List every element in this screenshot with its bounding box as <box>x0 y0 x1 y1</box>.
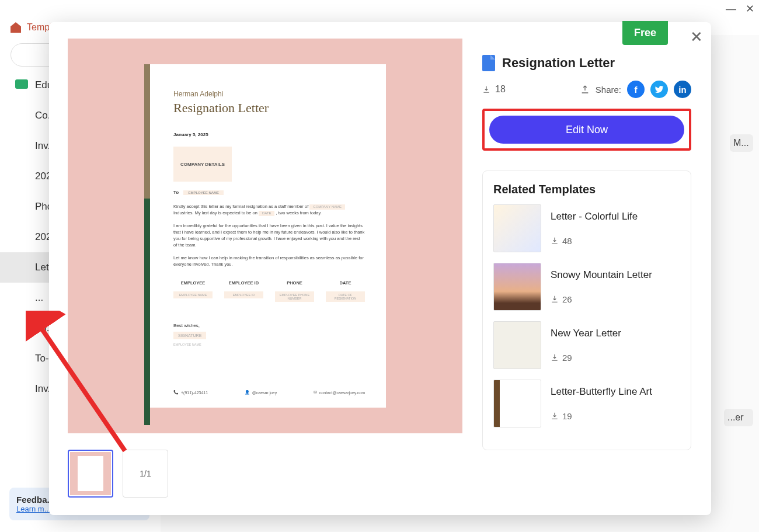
doc-footer: 📞 +(911)-423411 👤 @caesar.joey ✉ contact… <box>173 390 365 395</box>
doc-footer-handle: 👤 @caesar.joey <box>245 390 277 395</box>
facebook-icon[interactable]: f <box>627 81 645 98</box>
related-item[interactable]: Letter - Colorful Life 48 <box>493 204 680 252</box>
home-icon <box>11 22 21 33</box>
doc-paragraph: I am incredibly grateful for the opportu… <box>173 222 365 249</box>
related-downloads: 19 <box>551 411 652 421</box>
related-title: Related Templates <box>493 183 680 196</box>
download-icon <box>551 295 559 303</box>
download-icon <box>551 353 559 361</box>
linkedin-icon[interactable]: in <box>674 81 691 98</box>
document-preview: Herman Adelphi Resignation Letter Januar… <box>144 64 386 408</box>
template-title: Resignation Letter <box>502 55 615 71</box>
info-pane: Resignation Letter 18 Share: f in Edit N… <box>474 22 711 515</box>
page-indicator: 1/1 <box>123 450 168 498</box>
doc-table-col: EMPLOYEE IDEMPLOYEE ID <box>224 280 263 302</box>
twitter-icon[interactable] <box>650 81 668 98</box>
doc-employee-placeholder: EMPLOYEE NAME <box>173 343 365 346</box>
doc-to-line: To EMPLOYEE NAME <box>173 190 365 195</box>
download-icon <box>482 85 490 93</box>
thumbnail-selected[interactable] <box>68 450 113 498</box>
doc-table: EMPLOYEEEMPLOYEE NAME EMPLOYEE IDEMPLOYE… <box>173 280 365 302</box>
doc-date: January 5, 2025 <box>173 132 365 137</box>
doc-accent-bar <box>144 64 150 199</box>
doc-placeholder: EMPLOYEE NAME <box>183 190 224 195</box>
window-titlebar: — ✕ <box>0 0 759 18</box>
doc-footer-email: ✉ contact@caesarjoey.com <box>314 390 365 395</box>
free-badge: Free <box>622 21 668 45</box>
doc-table-col: PHONEEMPLOYEE PHONE NUMBER <box>275 280 314 302</box>
doc-author: Herman Adelphi <box>173 90 365 98</box>
bg-card-stub: ...er <box>724 409 753 426</box>
info-stats-row: 18 Share: f in <box>482 81 691 98</box>
related-templates: Related Templates Letter - Colorful Life… <box>482 171 691 450</box>
related-downloads: 26 <box>551 294 652 304</box>
related-name: Letter - Colorful Life <box>551 211 638 222</box>
preview-frame: Herman Adelphi Resignation Letter Januar… <box>68 39 462 433</box>
download-icon <box>551 237 559 245</box>
related-name: Letter-Butterfly Line Art <box>551 386 652 398</box>
related-downloads: 29 <box>551 353 621 363</box>
doc-accent-bar <box>144 199 150 425</box>
share-label: Share: <box>596 85 621 95</box>
related-name: Snowy Mountain Letter <box>551 269 652 281</box>
document-icon <box>482 55 495 71</box>
doc-table-col: EMPLOYEEEMPLOYEE NAME <box>173 280 213 302</box>
related-thumb <box>493 204 541 252</box>
new-badge-icon <box>15 79 28 89</box>
edit-now-button[interactable]: Edit Now <box>489 116 684 144</box>
related-item[interactable]: Snowy Mountain Letter 26 <box>493 263 680 311</box>
doc-paragraph: Let me know how I can help in making the… <box>173 255 365 268</box>
download-count: 18 <box>482 84 506 95</box>
download-icon <box>551 412 559 420</box>
related-item[interactable]: New Year Letter 29 <box>493 321 680 369</box>
related-thumb <box>493 263 541 311</box>
bg-card-stub: M... <box>730 134 753 152</box>
thumbnail-row: 1/1 <box>68 450 474 498</box>
related-thumb <box>493 380 541 427</box>
window-close[interactable]: ✕ <box>746 2 754 15</box>
close-icon[interactable]: ✕ <box>690 28 703 46</box>
related-name: New Year Letter <box>551 328 621 339</box>
doc-signature-placeholder: SIGNATURE <box>173 332 206 339</box>
template-preview-modal: Free ✕ Herman Adelphi Resignation Letter… <box>49 22 711 515</box>
preview-pane: Herman Adelphi Resignation Letter Januar… <box>49 22 474 515</box>
template-header: Resignation Letter <box>482 55 691 71</box>
window-minimize[interactable]: — <box>726 3 736 15</box>
share-group: Share: f in <box>580 81 691 98</box>
doc-to-label: To <box>173 190 179 195</box>
related-item[interactable]: Letter-Butterfly Line Art 19 <box>493 380 680 427</box>
edit-button-highlight: Edit Now <box>482 109 691 151</box>
doc-company-box: COMPANY DETAILS <box>173 147 232 182</box>
doc-paragraph: Kindly accept this letter as my formal r… <box>173 203 365 217</box>
share-icon <box>580 85 590 94</box>
doc-closing: Best wishes, <box>173 323 365 328</box>
related-downloads: 48 <box>551 236 638 246</box>
doc-title: Resignation Letter <box>173 100 365 116</box>
doc-footer-phone: 📞 +(911)-423411 <box>173 390 208 395</box>
doc-table-col: DATEDATE OF RESIGNATION <box>326 280 365 302</box>
related-thumb <box>493 321 541 369</box>
